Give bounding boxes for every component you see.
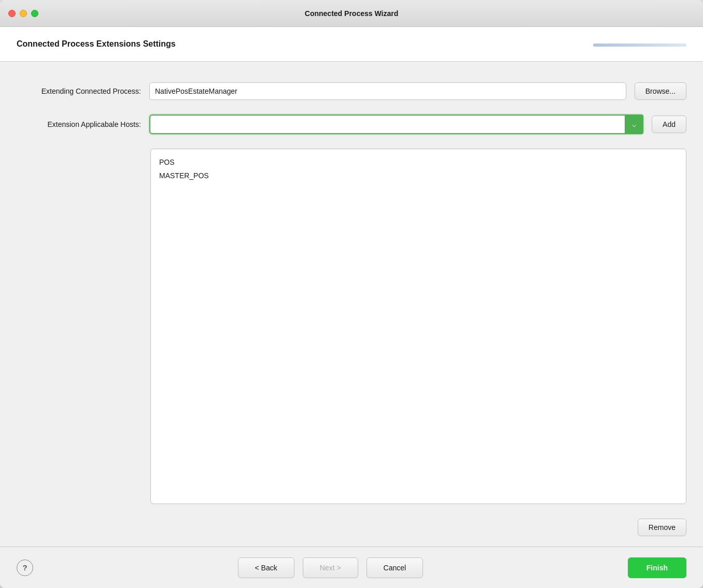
- top-section: Connected Process Extensions Settings: [0, 27, 703, 62]
- browse-button[interactable]: Browse...: [635, 82, 686, 100]
- remove-row: Remove: [150, 519, 686, 536]
- form-section: Extending Connected Process: Browse... E…: [0, 62, 703, 547]
- extending-process-row: Extending Connected Process: Browse...: [17, 82, 686, 100]
- page-title: Connected Process Extensions Settings: [17, 39, 176, 49]
- hosts-list[interactable]: POS MASTER_POS: [150, 149, 686, 504]
- maximize-button[interactable]: [31, 10, 38, 17]
- list-item: POS: [159, 155, 678, 169]
- hosts-combobox-wrapper: ⌵: [149, 114, 643, 134]
- footer-right: Finish: [628, 557, 686, 578]
- chevron-down-icon: ⌵: [632, 121, 636, 128]
- window-title: Connected Process Wizard: [305, 9, 398, 18]
- hosts-label: Extension Applicabale Hosts:: [17, 120, 141, 128]
- add-button[interactable]: Add: [652, 116, 686, 133]
- back-button[interactable]: < Back: [238, 557, 294, 578]
- window: Connected Process Wizard Connected Proce…: [0, 0, 703, 588]
- list-item: MASTER_POS: [159, 169, 678, 182]
- footer: ? < Back Next > Cancel Finish: [0, 547, 703, 588]
- extending-process-input[interactable]: [149, 82, 626, 100]
- content-area: Connected Process Extensions Settings Ex…: [0, 27, 703, 588]
- next-button[interactable]: Next >: [303, 557, 358, 578]
- help-button[interactable]: ?: [17, 560, 33, 576]
- window-controls: [8, 10, 38, 17]
- combobox-dropdown-button[interactable]: ⌵: [625, 114, 643, 134]
- hosts-combobox-input[interactable]: [149, 114, 643, 134]
- footer-center: < Back Next > Cancel: [41, 557, 620, 578]
- title-bar: Connected Process Wizard: [0, 0, 703, 27]
- remove-button[interactable]: Remove: [638, 519, 686, 536]
- cancel-button[interactable]: Cancel: [367, 557, 424, 578]
- close-button[interactable]: [8, 10, 16, 17]
- footer-left: ?: [17, 560, 33, 576]
- progress-indicator: [593, 44, 686, 47]
- extending-process-label: Extending Connected Process:: [17, 87, 141, 95]
- finish-button[interactable]: Finish: [628, 557, 686, 578]
- hosts-input-row: Extension Applicabale Hosts: ⌵ Add: [17, 114, 686, 134]
- minimize-button[interactable]: [20, 10, 27, 17]
